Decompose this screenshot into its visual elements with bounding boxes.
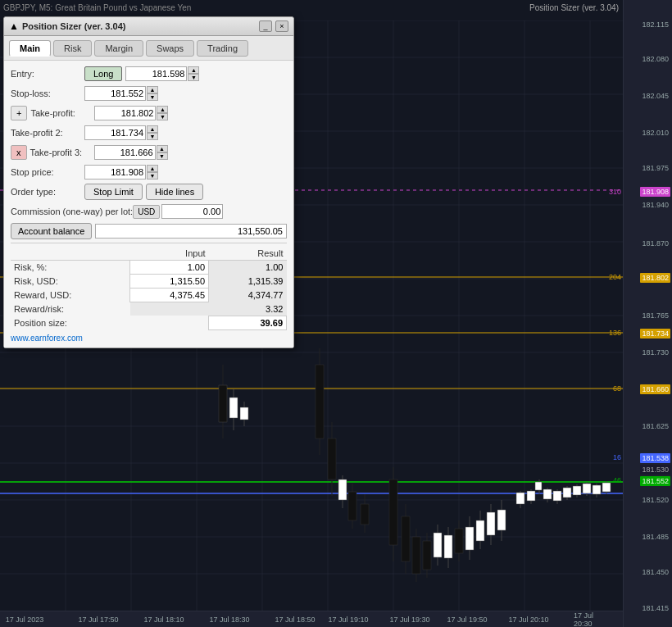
tabs-row: Main Risk Margin Swaps Trading: [4, 36, 293, 61]
stoploss-input[interactable]: [84, 86, 146, 101]
price-tick: 181.520: [642, 496, 669, 504]
takeprofit3-spin-up[interactable]: ▲: [157, 145, 168, 152]
entry-label: Entry:: [11, 69, 84, 79]
time-tick: 17 Jul 19:30: [389, 616, 429, 624]
tab-trading[interactable]: Trading: [197, 40, 248, 57]
svg-rect-88: [602, 483, 611, 492]
stopprice-input[interactable]: [84, 165, 146, 179]
price-tick: 182.010: [642, 129, 669, 137]
panel-controls: _ ×: [259, 20, 288, 32]
position-size-result-cell: 39.69: [209, 316, 287, 329]
stopprice-spin-up[interactable]: ▲: [147, 165, 158, 172]
svg-rect-40: [328, 438, 336, 479]
side-number-entry: 16: [613, 453, 621, 461]
stop-price-tick: 181.908: [640, 187, 670, 197]
tab-main[interactable]: Main: [9, 40, 51, 57]
time-tick: 17 Jul 19:50: [447, 616, 487, 624]
ordertype-row: Order type: Stop Limit Hide lines: [11, 184, 287, 200]
panel-titlebar: ▲ Position Sizer (ver. 3.04) _ ×: [4, 17, 293, 36]
price-axis: 182.115 182.080 182.045 182.010 181.975 …: [623, 0, 672, 627]
stoploss-spin-down[interactable]: ▼: [147, 93, 158, 101]
risk-usd-result-cell: 1,315.39: [209, 275, 287, 289]
time-tick: 17 Jul 2023: [6, 616, 44, 624]
price-tick: 181.625: [642, 422, 669, 430]
ordertype-label: Order type:: [11, 187, 84, 197]
takeprofit-input-wrapper: ▲ ▼: [94, 106, 168, 120]
stopprice-row: Stop price: ▲ ▼: [11, 164, 287, 180]
risk-usd-input-cell[interactable]: 1,315.50: [130, 275, 209, 289]
stopprice-spin-down[interactable]: ▼: [147, 172, 158, 179]
row-label: Risk, USD:: [11, 275, 130, 289]
entry-price-tick: 181.538: [640, 453, 670, 463]
commission-label: Commission (one-way) per lot:: [11, 207, 133, 216]
svg-rect-78: [553, 491, 561, 501]
stoploss-spin-up[interactable]: ▲: [147, 86, 158, 93]
table-header-row: Input Result: [11, 247, 287, 261]
account-balance-input[interactable]: [95, 224, 287, 239]
tab-risk[interactable]: Risk: [53, 40, 92, 57]
svg-rect-34: [229, 398, 238, 418]
account-balance-button[interactable]: Account balance: [11, 223, 92, 239]
website-link[interactable]: www.earnforex.com: [11, 334, 287, 343]
sl-price-tick: 181.552: [640, 476, 670, 486]
takeprofit2-spin-down[interactable]: ▼: [147, 133, 158, 140]
price-tick: 181.975: [642, 164, 669, 172]
takeprofit3-input-wrapper: ▲ ▼: [94, 145, 168, 160]
takeprofit2-spin-up[interactable]: ▲: [147, 125, 158, 133]
takeprofit-spin-up[interactable]: ▲: [157, 106, 168, 113]
svg-rect-86: [593, 485, 601, 494]
takeprofit2-input[interactable]: [84, 125, 146, 140]
risk-pct-input-cell[interactable]: 1.00: [130, 261, 209, 275]
price-tick: 181.415: [642, 604, 669, 612]
svg-rect-74: [535, 482, 542, 490]
tab-swaps[interactable]: Swaps: [146, 40, 194, 57]
entry-price-tick2: 181.530: [640, 465, 670, 475]
stoploss-row: Stop-loss: ▲ ▼: [11, 85, 287, 102]
takeprofit-input[interactable]: [94, 106, 156, 120]
takeprofit2-label: Take-profit 2:: [11, 128, 84, 138]
table-row: Reward, USD: 4,375.45 4,374.77: [11, 289, 287, 302]
svg-rect-66: [487, 512, 495, 535]
takeprofit-spin-down[interactable]: ▼: [157, 113, 168, 120]
svg-rect-62: [465, 527, 474, 550]
time-tick: 17 Jul 18:30: [209, 616, 249, 624]
table-row: Position size: 39.69: [11, 316, 287, 329]
direction-button[interactable]: Long: [84, 66, 122, 81]
hide-lines-button[interactable]: Hide lines: [146, 184, 203, 200]
takeprofit2-row: Take-profit 2: ▲ ▼: [11, 125, 287, 141]
tp3-price-tick: 181.660: [640, 384, 670, 394]
col-input: Input: [130, 247, 209, 261]
time-tick: 17 Jul 20:10: [508, 616, 548, 624]
tab-margin[interactable]: Margin: [94, 40, 143, 57]
entry-row: Entry: Long ▲ ▼: [11, 66, 287, 82]
svg-rect-38: [316, 365, 324, 438]
price-tick: 181.870: [642, 239, 669, 248]
takeprofit3-prefix-button[interactable]: x: [11, 145, 27, 160]
takeprofit3-spin-down[interactable]: ▼: [157, 152, 168, 160]
tp2-price-tick: 181.734: [640, 329, 670, 338]
entry-spin-down[interactable]: ▼: [188, 74, 199, 81]
side-number-stop: 310: [609, 188, 621, 196]
takeprofit2-input-wrapper: ▲ ▼: [84, 125, 158, 140]
svg-rect-56: [434, 533, 442, 557]
entry-spin-up[interactable]: ▲: [188, 66, 199, 74]
takeprofit3-label: Take-profit 3:: [30, 148, 94, 157]
row-label: Risk, %:: [11, 261, 130, 275]
svg-rect-76: [543, 489, 552, 499]
table-row: Risk, %: 1.00 1.00: [11, 261, 287, 275]
stop-limit-button[interactable]: Stop Limit: [84, 184, 143, 200]
takeprofit-prefix-button[interactable]: +: [11, 106, 27, 120]
takeprofit-label: Take-profit:: [30, 108, 94, 118]
takeprofit3-row: x Take-profit 3: ▲ ▼: [11, 144, 287, 161]
col-result: Result: [209, 247, 287, 261]
close-button[interactable]: ×: [275, 20, 288, 32]
takeprofit3-input[interactable]: [94, 145, 156, 160]
commission-input[interactable]: [161, 204, 223, 219]
risk-pct-result-cell: 1.00: [209, 261, 287, 275]
minimize-button[interactable]: _: [259, 20, 272, 32]
svg-rect-84: [583, 484, 591, 493]
reward-usd-input-cell[interactable]: 4,375.45: [130, 289, 209, 302]
position-sizer-label: Position Sizer (ver. 3.04): [529, 3, 619, 12]
svg-rect-58: [444, 535, 452, 558]
entry-input[interactable]: [125, 66, 187, 81]
